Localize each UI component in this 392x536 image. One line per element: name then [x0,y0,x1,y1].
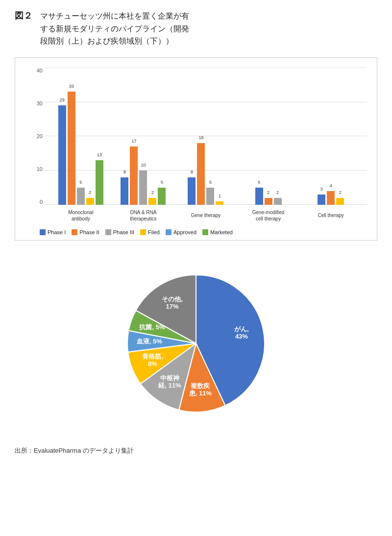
bar-phase1: 8 [188,177,196,205]
bar-phase3: 2 [274,198,282,205]
legend-item: Phase I [40,229,66,235]
y-axis: 0 10 20 30 40 [30,68,45,205]
legend-label: Filed [148,229,160,235]
bar-marketed: 13 [96,160,103,205]
bar-value-label: 29 [60,97,65,102]
bar-value-label: 33 [69,84,74,89]
bar-group: 522 [237,188,300,205]
bar-value-label: 2 [339,190,342,195]
legend-label: Phase I [48,229,66,235]
legend-label: Phase III [113,229,134,235]
bar-value-label: 2 [89,190,91,195]
legend-item: Phase II [72,229,99,235]
legend-item: Marketed [202,229,233,235]
bar-value-label: 1 [219,194,221,198]
legend-label: Phase II [79,229,99,235]
pie-chart-section: がん,43%複数疾患, 11%中枢神経, 11%骨格筋,8%血液, 5%抗菌, … [15,250,377,437]
bar-filed: 2 [336,198,344,205]
pie-label: 中枢神経, 11% [158,374,181,389]
bar-filed: 1 [216,201,223,205]
legend-label: Approved [173,229,196,235]
bar-value-label: 5 [161,180,163,185]
pie-label: 複数疾患, 11% [189,382,212,397]
x-axis-label: Monoclonalantibody [49,205,112,224]
legend-color-swatch [72,229,77,235]
chart-legend: Phase IPhase IIPhase IIIFiledApprovedMar… [40,229,367,235]
bar-value-label: 10 [141,163,146,168]
legend-color-swatch [140,229,146,235]
bar-phase1: 29 [58,105,66,205]
bar-value-label: 2 [276,190,279,195]
bar-value-label: 8 [123,170,126,174]
bar-value-label: 2 [151,190,154,195]
x-labels: MonoclonalantibodyDNA & RNAtherapeuticsG… [45,205,367,224]
bar-value-label: 4 [330,183,332,188]
bar-group: 342 [299,191,362,205]
pie-chart-wrapper: がん,43%複数疾患, 11%中枢神経, 11%骨格筋,8%血液, 5%抗菌, … [113,260,279,427]
bar-filed: 2 [148,198,156,205]
bar-chart-container: 0 10 20 30 40 29335213817102581851522342… [15,57,377,241]
bar-phase2: 2 [265,198,272,205]
bar-group: 81851 [174,143,237,205]
bar-group: 29335213 [49,92,112,205]
bar-phase1: 8 [121,177,128,205]
bar-marketed: 5 [158,188,166,205]
bar-value-label: 5 [258,180,260,185]
bar-value-label: 17 [131,139,136,144]
bars-area: 29335213817102581851522342 [45,68,367,205]
bar-value-label: 5 [209,180,212,185]
bar-value-label: 18 [198,135,203,140]
bar-phase1: 3 [318,195,325,205]
x-axis-label: Gene-modifiedcell therapy [237,205,300,224]
legend-label: Marketed [210,229,233,235]
legend-item: Approved [166,229,196,235]
x-axis-label: Gene therapy [174,205,237,224]
bar-phase1: 5 [255,188,263,205]
bar-phase2: 4 [327,191,335,205]
bar-value-label: 2 [267,190,270,195]
figure-title-section: 図２ マサチューセッツ州に本社を置く企業が有 する新規モダリティのパイプライン（… [15,10,377,48]
pie-label: 血液, 5% [137,338,162,345]
pie-chart-svg: がん,43%複数疾患, 11%中枢神経, 11%骨格筋,8%血液, 5%抗菌, … [113,260,279,427]
bar-filed: 2 [86,198,94,205]
bar-phase3: 10 [139,171,147,205]
bar-phase2: 17 [130,146,138,205]
source-text: 出所：EvaluatePharma のデータより集計 [15,446,377,455]
bar-phase3: 5 [206,188,214,205]
bar-value-label: 3 [320,187,323,192]
bar-chart-area: 0 10 20 30 40 29335213817102581851522342… [30,68,367,224]
bar-group: 8171025 [112,146,175,205]
legend-color-swatch [202,229,208,235]
legend-item: Phase III [105,229,134,235]
legend-color-swatch [40,229,46,235]
figure-title: マサチューセッツ州に本社を置く企業が有 する新規モダリティのパイプライン（開発 … [40,10,189,48]
bar-value-label: 13 [97,152,102,157]
bar-value-label: 8 [191,170,193,174]
bar-phase2: 18 [197,143,205,205]
pie-label: がん,43% [234,325,249,340]
x-axis-label: Cell therapy [299,205,362,224]
legend-color-swatch [166,229,172,235]
figure-label: 図２ [15,10,32,22]
bar-value-label: 5 [79,180,82,185]
x-axis-label: DNA & RNAtherapeutics [112,205,175,224]
legend-item: Filed [140,229,160,235]
bar-phase3: 5 [77,188,85,205]
legend-color-swatch [105,229,111,235]
bar-phase2: 33 [68,92,75,205]
